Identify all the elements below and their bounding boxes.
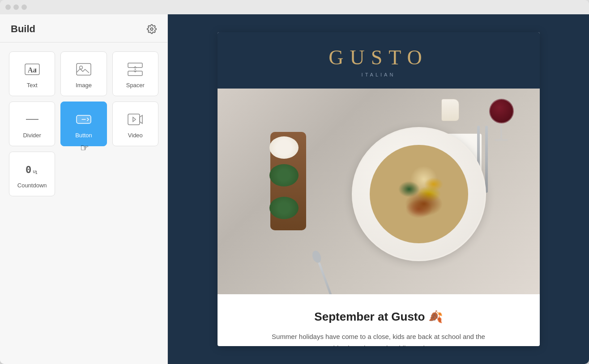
- countdown-label: Countdown: [17, 182, 47, 189]
- traffic-light-minimize[interactable]: [13, 4, 19, 10]
- sidebar-title: Build: [11, 23, 35, 35]
- widget-tile-countdown[interactable]: 0 ᵤ ₁ Countdown: [9, 152, 55, 196]
- widget-tile-image[interactable]: Image: [60, 51, 107, 96]
- side-bowl-2: [269, 164, 299, 186]
- button-icon: [75, 111, 93, 127]
- divider-icon: [23, 111, 41, 127]
- email-body: September at Gusto 🍂 Summer holidays hav…: [218, 294, 540, 346]
- divider-label: Divider: [23, 132, 41, 139]
- image-label: Image: [76, 82, 92, 89]
- text-label: Text: [27, 82, 38, 89]
- title-bar: [0, 0, 589, 14]
- widget-tile-video[interactable]: Video: [112, 102, 158, 146]
- text-icon: Aa: [23, 61, 41, 77]
- wine-glass-right: [489, 99, 514, 141]
- sidebar-header: Build: [0, 14, 167, 42]
- spoon: [311, 250, 338, 294]
- button-label: Button: [75, 132, 92, 139]
- widget-tile-button[interactable]: Button ☞: [60, 102, 107, 146]
- widget-tile-divider[interactable]: Divider: [9, 102, 55, 146]
- gear-icon[interactable]: [147, 24, 157, 34]
- email-hero-image: [218, 89, 540, 294]
- svg-rect-4: [77, 63, 91, 75]
- cursor-hand-icon: ☞: [80, 142, 89, 154]
- glass-base: [495, 139, 508, 141]
- svg-rect-11: [128, 114, 140, 125]
- email-header: GUSTO ITALIAN: [218, 32, 540, 89]
- spacer-label: Spacer: [126, 82, 145, 89]
- widget-tile-spacer[interactable]: Spacer: [112, 51, 158, 96]
- email-body-title: September at Gusto 🍂: [244, 310, 513, 324]
- widget-tile-text[interactable]: Aa Text: [9, 51, 55, 96]
- app-window: Build Aa: [0, 0, 589, 364]
- traffic-light-maximize[interactable]: [21, 4, 27, 10]
- email-body-text: Summer holidays have come to a close, ki…: [262, 331, 495, 346]
- side-bowl-1: [269, 136, 299, 159]
- jug-body: [441, 99, 459, 121]
- spoon-head: [311, 250, 322, 264]
- knife: [485, 126, 488, 193]
- spacer-icon: [126, 61, 144, 77]
- svg-text:Aa: Aa: [28, 66, 37, 74]
- widget-grid: Aa Text Image: [0, 42, 167, 205]
- traffic-lights: [5, 4, 27, 10]
- glass-bowl: [489, 99, 514, 123]
- app-body: Build Aa: [0, 14, 589, 364]
- email-preview: GUSTO ITALIAN: [218, 32, 540, 346]
- traffic-light-close[interactable]: [5, 4, 11, 10]
- plate-scene: [218, 89, 540, 294]
- side-board: [270, 132, 306, 230]
- brand-name: GUSTO: [226, 46, 531, 69]
- video-icon: [126, 111, 144, 127]
- spoon-handle: [318, 262, 335, 294]
- countdown-icon: 0 ᵤ ₁: [23, 161, 41, 178]
- brand-subtitle: ITALIAN: [226, 72, 531, 77]
- glass-stem: [500, 123, 502, 139]
- image-icon: [75, 61, 93, 77]
- main-content: GUSTO ITALIAN: [168, 14, 589, 364]
- svg-text:0: 0: [26, 164, 31, 175]
- plate-food: [370, 145, 468, 243]
- sauce-jug: [441, 99, 459, 121]
- sidebar: Build Aa: [0, 14, 168, 364]
- video-label: Video: [128, 132, 143, 139]
- svg-point-0: [150, 28, 153, 30]
- plate: [352, 127, 486, 261]
- svg-text:₁: ₁: [34, 168, 38, 175]
- side-bowl-3: [269, 197, 299, 219]
